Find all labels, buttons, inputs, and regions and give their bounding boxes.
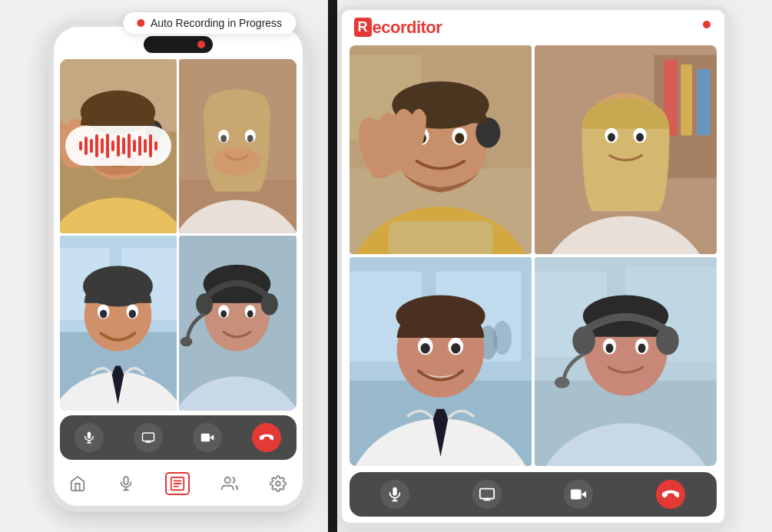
svg-point-96 bbox=[420, 342, 429, 353]
svg-point-31 bbox=[99, 309, 106, 318]
wave-bar bbox=[144, 139, 147, 153]
svg-point-43 bbox=[220, 310, 227, 317]
svg-point-40 bbox=[181, 337, 193, 347]
recordings-icon bbox=[169, 475, 186, 492]
wave-bar bbox=[133, 140, 136, 152]
camera-icon bbox=[200, 431, 214, 444]
wave-bar bbox=[117, 135, 120, 157]
wave-bar bbox=[79, 141, 82, 150]
phone-controls-bar bbox=[60, 415, 297, 460]
svg-rect-115 bbox=[480, 488, 494, 498]
tablet-video-cell-2 bbox=[535, 45, 717, 254]
wave-bar bbox=[122, 137, 125, 154]
screen-icon bbox=[141, 431, 155, 444]
tablet-screen-icon bbox=[479, 486, 495, 503]
wave-bar bbox=[101, 138, 104, 154]
svg-point-90 bbox=[492, 320, 512, 355]
wave-bar bbox=[84, 137, 88, 155]
tablet-mic-button[interactable] bbox=[380, 480, 409, 509]
phone-video-grid bbox=[60, 59, 297, 411]
recording-badge-text: Auto Recording in Progress bbox=[151, 17, 282, 29]
recorditor-logo: R ecorditor bbox=[354, 18, 442, 38]
contacts-icon bbox=[221, 475, 238, 492]
svg-point-107 bbox=[554, 376, 569, 388]
nav-settings[interactable] bbox=[270, 475, 287, 492]
svg-point-32 bbox=[128, 309, 135, 318]
nav-mic[interactable] bbox=[118, 475, 134, 492]
svg-rect-52 bbox=[124, 476, 128, 484]
tablet-mic-icon bbox=[386, 486, 403, 503]
nav-home[interactable] bbox=[69, 475, 86, 492]
mic-icon bbox=[82, 431, 96, 444]
tablet-video-cell-4 bbox=[535, 257, 717, 466]
recording-dot bbox=[137, 19, 144, 27]
tablet-top-bar: R ecorditor bbox=[342, 10, 724, 45]
settings-icon bbox=[270, 475, 287, 492]
svg-rect-73 bbox=[388, 220, 492, 253]
tablet-screen-button[interactable] bbox=[472, 480, 502, 509]
tablet-video-grid bbox=[350, 45, 717, 466]
svg-point-38 bbox=[196, 293, 213, 315]
svg-rect-48 bbox=[143, 433, 154, 441]
svg-point-106 bbox=[656, 326, 679, 355]
svg-point-21 bbox=[213, 147, 261, 176]
svg-rect-45 bbox=[88, 431, 91, 438]
wave-bar bbox=[154, 141, 157, 150]
svg-point-93 bbox=[396, 295, 485, 336]
svg-point-105 bbox=[572, 326, 595, 355]
svg-rect-77 bbox=[681, 64, 692, 135]
phone-mockup bbox=[28, 0, 328, 532]
video-cell-4 bbox=[179, 236, 297, 411]
tablet-camera-button[interactable] bbox=[564, 480, 593, 509]
svg-point-59 bbox=[225, 477, 230, 482]
tablet-device: R ecorditor bbox=[337, 5, 729, 527]
wave-bar bbox=[95, 134, 98, 157]
wave-bar bbox=[106, 134, 109, 158]
wave-bar bbox=[111, 140, 114, 151]
video-cell-2 bbox=[179, 59, 297, 234]
home-icon bbox=[69, 475, 86, 492]
tablet-hangup-button[interactable] bbox=[656, 480, 685, 509]
screen-button[interactable] bbox=[134, 423, 163, 452]
hangup-button[interactable] bbox=[252, 423, 281, 452]
hangup-icon bbox=[260, 431, 273, 444]
tablet-video-cell-3 bbox=[350, 257, 532, 466]
svg-rect-78 bbox=[697, 68, 710, 135]
svg-point-83 bbox=[608, 133, 615, 141]
svg-rect-118 bbox=[571, 489, 581, 499]
tablet-mockup: R ecorditor bbox=[337, 0, 744, 532]
svg-rect-112 bbox=[393, 487, 398, 495]
vertical-divider bbox=[328, 0, 337, 532]
camera-button[interactable] bbox=[193, 423, 222, 452]
video-cell-1 bbox=[60, 59, 177, 234]
wave-bar bbox=[149, 134, 152, 157]
svg-point-72 bbox=[455, 133, 464, 144]
tablet-hangup-icon bbox=[662, 486, 679, 503]
svg-point-39 bbox=[261, 293, 278, 315]
svg-rect-51 bbox=[201, 433, 210, 441]
svg-point-44 bbox=[247, 310, 253, 317]
svg-point-110 bbox=[605, 343, 613, 352]
tablet-camera-icon bbox=[570, 486, 587, 503]
audio-waveform bbox=[65, 126, 171, 166]
svg-point-84 bbox=[636, 133, 644, 141]
recording-badge: Auto Recording in Progress bbox=[123, 12, 296, 34]
wave-bar bbox=[138, 136, 141, 156]
svg-point-60 bbox=[276, 481, 280, 486]
svg-point-20 bbox=[247, 134, 253, 141]
mic-button[interactable] bbox=[75, 423, 104, 452]
tablet-controls-bar bbox=[350, 472, 717, 517]
phone-bottom-nav bbox=[54, 464, 303, 506]
mic-nav-icon bbox=[118, 475, 134, 492]
wave-bar bbox=[128, 134, 131, 158]
phone-camera-dot bbox=[197, 41, 205, 48]
nav-recordings[interactable] bbox=[165, 472, 190, 495]
logo-r-letter: R bbox=[354, 18, 372, 37]
svg-point-111 bbox=[638, 343, 645, 352]
video-cell-3 bbox=[60, 236, 177, 411]
phone-notch bbox=[144, 36, 213, 53]
nav-contacts[interactable] bbox=[221, 475, 238, 492]
phone-device bbox=[48, 21, 309, 512]
wave-bar bbox=[90, 139, 93, 153]
tablet-recording-dot bbox=[703, 21, 711, 28]
